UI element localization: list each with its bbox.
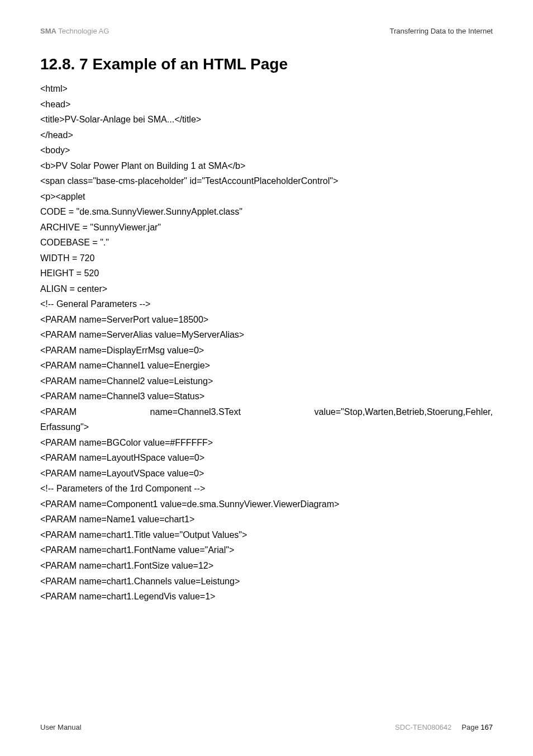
code-line: <PARAM name=Channel1 value=Energie>	[40, 358, 493, 374]
code-line: <b>PV Solar Power Plant on Building 1 at…	[40, 158, 493, 174]
code-line: <PARAM name=Channel3.SText value="Stop,W…	[40, 404, 493, 420]
code-line: <title>PV-Solar-Anlage bei SMA...</title…	[40, 112, 493, 127]
footer-right-group: SDC-TEN080642 Page 167	[395, 723, 493, 731]
code-line: <PARAM name=chart1.Title value="Output V…	[40, 527, 493, 543]
code-frag: <PARAM	[40, 404, 77, 420]
header-brand: SMA Technologie AG	[40, 27, 109, 35]
code-line: <PARAM name=chart1.FontName value="Arial…	[40, 542, 493, 558]
page-header: SMA Technologie AG Transferring Data to …	[40, 27, 493, 35]
code-line: <span class="base-cms-placeholder" id="T…	[40, 173, 493, 189]
code-line: <PARAM name=Component1 value=de.sma.Sunn…	[40, 497, 493, 512]
code-frag: value="Stop,Warten,Betrieb,Stoerung,Fehl…	[314, 404, 493, 420]
code-line: <PARAM name=ServerAlias value=MyServerAl…	[40, 327, 493, 343]
code-line: CODE = "de.sma.SunnyViewer.SunnyApplet.c…	[40, 204, 493, 220]
page-footer: User Manual SDC-TEN080642 Page 167	[40, 723, 493, 731]
section-heading: 12.8. 7 Example of an HTML Page	[40, 55, 493, 73]
footer-page-label: Page	[461, 723, 480, 731]
code-line: Erfassung">	[40, 419, 493, 435]
code-line: <PARAM name=chart1.LegendVis value=1>	[40, 589, 493, 604]
code-line: ARCHIVE = "SunnyViewer.jar"	[40, 220, 493, 235]
header-brand-rest: Technologie AG	[56, 27, 109, 35]
code-line: ALIGN = center>	[40, 281, 493, 297]
footer-page-number: 167	[480, 723, 493, 731]
code-line: CODEBASE = "."	[40, 235, 493, 251]
footer-page: Page 167	[461, 723, 493, 731]
footer-left: User Manual	[40, 723, 82, 731]
code-line: <!-- General Parameters -->	[40, 296, 493, 312]
code-line: HEIGHT = 520	[40, 266, 493, 281]
code-line: <p><applet	[40, 189, 493, 205]
code-line: <PARAM name=BGColor value=#FFFFFF>	[40, 435, 493, 451]
code-line: <body>	[40, 143, 493, 158]
code-line: </head>	[40, 127, 493, 143]
code-line: <PARAM name=LayoutVSpace value=0>	[40, 466, 493, 481]
code-line: <PARAM name=DisplayErrMsg value=0>	[40, 343, 493, 358]
header-brand-bold: SMA	[40, 27, 56, 35]
code-line: <PARAM name=ServerPort value=18500>	[40, 312, 493, 328]
code-line: <PARAM name=LayoutHSpace value=0>	[40, 450, 493, 466]
code-line: <html>	[40, 81, 493, 97]
header-section-title: Transferring Data to the Internet	[389, 27, 493, 35]
code-line: WIDTH = 720	[40, 251, 493, 266]
footer-doc-id: SDC-TEN080642	[395, 723, 451, 731]
code-line: <PARAM name=Name1 value=chart1>	[40, 512, 493, 527]
code-line: <head>	[40, 97, 493, 112]
code-frag: name=Channel3.SText	[150, 404, 241, 420]
code-line: <!-- Parameters of the 1rd Component -->	[40, 481, 493, 497]
code-line: <PARAM name=chart1.FontSize value=12>	[40, 558, 493, 574]
code-line: <PARAM name=Channel3 value=Status>	[40, 389, 493, 404]
code-example-block: <html> <head> <title>PV-Solar-Anlage bei…	[40, 81, 493, 604]
code-line: <PARAM name=Channel2 value=Leistung>	[40, 374, 493, 389]
code-line: <PARAM name=chart1.Channels value=Leistu…	[40, 574, 493, 589]
